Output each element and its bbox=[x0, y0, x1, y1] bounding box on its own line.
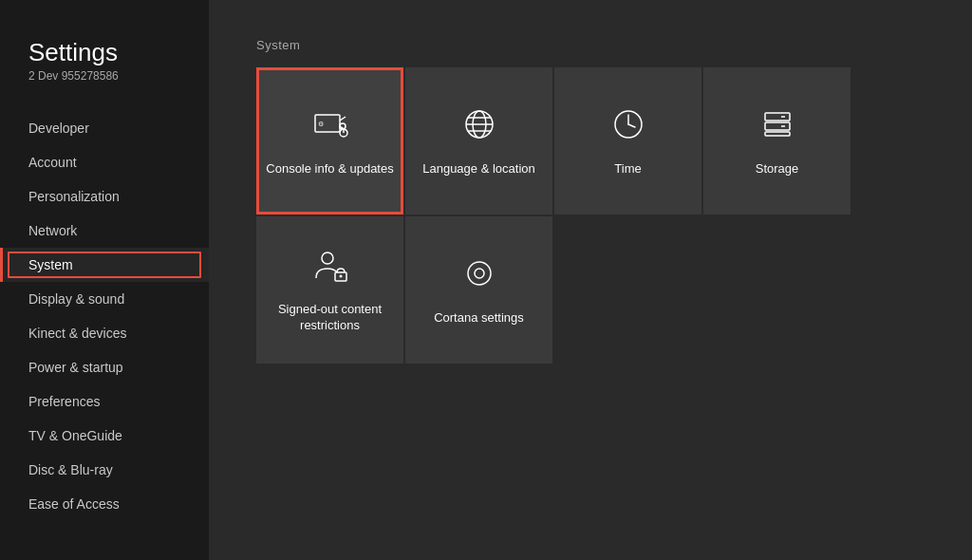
settings-title: Settings bbox=[28, 38, 180, 67]
tile-label-storage: Storage bbox=[746, 161, 809, 177]
svg-point-24 bbox=[475, 269, 484, 278]
sidebar-item-kinect-devices[interactable]: Kinect & devices bbox=[0, 316, 209, 350]
sidebar-item-ease-of-access[interactable]: Ease of Access bbox=[0, 487, 209, 521]
console-icon: ⚙ bbox=[311, 105, 349, 148]
svg-line-1 bbox=[340, 117, 346, 121]
sidebar-item-preferences[interactable]: Preferences bbox=[0, 384, 209, 419]
sidebar-item-power-startup[interactable]: Power & startup bbox=[0, 350, 209, 384]
globe-icon bbox=[460, 105, 498, 148]
svg-rect-16 bbox=[765, 122, 790, 130]
sidebar-header: Settings 2 Dev 955278586 bbox=[0, 38, 209, 111]
cortana-icon bbox=[460, 254, 498, 297]
tile-label-time: Time bbox=[605, 161, 650, 177]
sidebar-item-account[interactable]: Account bbox=[0, 145, 209, 179]
main-content: System ⚙ Console info & updates Language… bbox=[209, 0, 972, 560]
tile-language-location[interactable]: Language & location bbox=[405, 67, 552, 215]
tile-label-language-location: Language & location bbox=[413, 161, 545, 177]
sidebar-item-display-sound[interactable]: Display & sound bbox=[0, 282, 209, 316]
sidebar-item-tv-oneguide[interactable]: TV & OneGuide bbox=[0, 419, 209, 453]
svg-point-22 bbox=[339, 275, 342, 278]
tile-signed-out[interactable]: Signed-out content restrictions bbox=[256, 216, 403, 364]
svg-point-20 bbox=[322, 252, 333, 264]
svg-rect-15 bbox=[765, 113, 790, 121]
tile-label-signed-out: Signed-out content restrictions bbox=[256, 302, 403, 334]
tile-label-cortana: Cortana settings bbox=[424, 310, 533, 327]
tile-cortana[interactable]: Cortana settings bbox=[405, 216, 552, 364]
storage-icon bbox=[758, 105, 796, 148]
sidebar-nav: DeveloperAccountPersonalizationNetworkSy… bbox=[0, 111, 209, 521]
svg-point-23 bbox=[468, 262, 491, 285]
person-lock-icon bbox=[311, 246, 349, 289]
svg-text:⚙: ⚙ bbox=[318, 121, 324, 127]
clock-icon bbox=[609, 105, 647, 148]
tile-time[interactable]: Time bbox=[554, 67, 701, 215]
device-id: 2 Dev 955278586 bbox=[28, 69, 180, 83]
sidebar-item-system[interactable]: System bbox=[0, 248, 209, 282]
tile-storage[interactable]: Storage bbox=[703, 67, 850, 215]
sidebar-item-network[interactable]: Network bbox=[0, 214, 209, 248]
svg-line-14 bbox=[628, 124, 635, 127]
sidebar: Settings 2 Dev 955278586 DeveloperAccoun… bbox=[0, 0, 209, 560]
sidebar-item-personalization[interactable]: Personalization bbox=[0, 179, 209, 214]
sidebar-item-disc-bluray[interactable]: Disc & Blu-ray bbox=[0, 453, 209, 487]
tile-label-console-info: Console info & updates bbox=[256, 161, 402, 177]
tiles-grid: ⚙ Console info & updates Language & loca… bbox=[256, 67, 925, 364]
svg-rect-17 bbox=[765, 132, 790, 136]
tile-console-info[interactable]: ⚙ Console info & updates bbox=[256, 67, 403, 215]
section-label: System bbox=[256, 38, 925, 52]
sidebar-item-developer[interactable]: Developer bbox=[0, 111, 209, 145]
active-indicator bbox=[8, 252, 201, 278]
